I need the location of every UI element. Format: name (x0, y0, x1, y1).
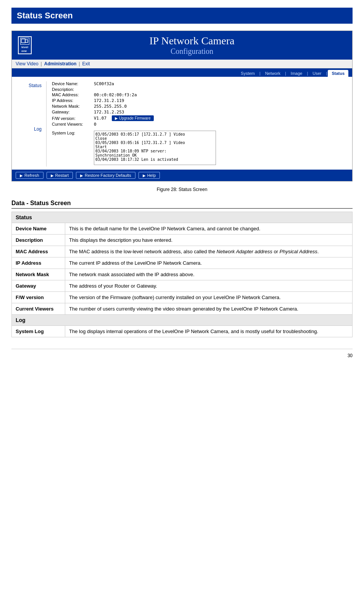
logo-text: level one (21, 45, 28, 53)
logo-icon (20, 38, 29, 45)
table-section-log: Log (12, 315, 353, 326)
refresh-icon: ▶ (20, 173, 23, 178)
value-fw: V1.07 (94, 116, 106, 121)
log-section: System Log: 03/05/2003 03:05:17 [172.31.… (52, 131, 348, 165)
camera-panel: level one IP Network Camera Configuratio… (11, 31, 353, 181)
svg-rect-0 (21, 39, 25, 43)
label-viewers: Current Viewers: (52, 122, 94, 126)
camera-footer: ▶ Refresh ▶ Restart ▶ Restore Factory De… (12, 170, 352, 181)
row-desc-netmask: The network mask associated with the IP … (65, 269, 353, 280)
camera-tabs: System | Network | Image | User | Status (12, 68, 352, 77)
help-icon: ▶ (143, 173, 146, 178)
row-desc-ip: The current IP address of the LevelOne I… (65, 257, 353, 269)
log-label-row: System Log: 03/05/2003 03:05:17 [172.31.… (52, 131, 348, 165)
figure-caption: Figure 28: Status Screen (11, 187, 353, 192)
label-ip: IP Address: (52, 98, 94, 103)
restore-icon: ▶ (80, 173, 83, 178)
row-label-description: Description (12, 235, 65, 246)
status-row-viewers: Current Viewers: 0 (52, 122, 348, 127)
label-netmask: Network Mask: (52, 104, 94, 108)
label-gateway: Gateway: (52, 110, 94, 114)
row-desc-device-name: This is the default name for the LevelOn… (65, 223, 353, 235)
status-row-ip: IP Address: 172.31.2.119 (52, 98, 348, 103)
camera-header: level one IP Network Camera Configuratio… (12, 31, 352, 60)
tab-system[interactable]: System (237, 70, 259, 77)
camera-content: Device Name: SC00f32a Description: MAC A… (46, 81, 348, 167)
nav-sep-2: | (79, 61, 80, 66)
row-desc-description: This displays the description you have e… (65, 235, 353, 246)
status-fields: Device Name: SC00f32a Description: MAC A… (52, 81, 348, 127)
value-gateway: 172.31.2.253 (94, 110, 124, 115)
section-header-log: Log (12, 315, 353, 326)
status-row-description: Description: (52, 87, 348, 92)
camera-logo: level one (18, 36, 32, 54)
table-row: F/W version The version of the Firmware … (12, 292, 353, 303)
table-row: Gateway The address of your Router or Ga… (12, 280, 353, 292)
value-netmask: 255.255.255.0 (94, 104, 127, 109)
camera-body: Status Log Device Name: SC00f32a Descrip… (12, 77, 352, 170)
page-number: 30 (11, 349, 353, 358)
table-row: Description This displays the descriptio… (12, 235, 353, 246)
tab-image[interactable]: Image (287, 70, 306, 77)
row-label-syslog: System Log (12, 326, 65, 337)
table-row: IP Address The current IP address of the… (12, 257, 353, 269)
status-row-gateway: Gateway: 172.31.2.253 (52, 110, 348, 115)
log-textarea[interactable]: 03/05/2003 03:05:17 [172.31.2.7 ] Video … (94, 131, 216, 165)
upgrade-firmware-button[interactable]: ▶ Upgrade Firmware (112, 115, 154, 121)
data-table: Status Device Name This is the default n… (11, 212, 353, 337)
row-label-mac: MAC Address (12, 246, 65, 257)
value-viewers: 0 (94, 122, 97, 127)
restore-label: Restore Factory Defaults (85, 173, 131, 178)
refresh-button[interactable]: ▶ Refresh (16, 172, 43, 179)
log-field-label: System Log: (52, 131, 94, 165)
status-row-mac: MAC Address: 00:c0:02:00:f3:2a (52, 92, 348, 97)
svg-rect-1 (25, 40, 28, 42)
camera-sidebar: Status Log (16, 81, 46, 167)
row-desc-viewers: The number of users currently viewing th… (65, 303, 353, 315)
tab-status[interactable]: Status (328, 70, 348, 77)
data-section-title: Data - Status Screen (11, 200, 353, 209)
nav-exit[interactable]: Exit (82, 61, 90, 66)
restart-icon: ▶ (51, 173, 54, 178)
row-label-netmask: Network Mask (12, 269, 65, 280)
tab-user[interactable]: User (309, 70, 325, 77)
upgrade-firmware-label: Upgrade Firmware (119, 116, 151, 120)
nav-sep-1: | (41, 61, 42, 66)
help-label: Help (147, 173, 156, 178)
label-mac: MAC Address: (52, 92, 94, 97)
label-fw: F/W version: (52, 116, 94, 121)
nav-view-video[interactable]: View Video (16, 61, 39, 66)
status-row-netmask: Network Mask: 255.255.255.0 (52, 104, 348, 109)
nav-administration[interactable]: Administration (44, 61, 77, 66)
status-row-fw: F/W version: V1.07 ▶ Upgrade Firmware (52, 115, 348, 121)
page-title: Status Screen (11, 8, 353, 24)
status-sidebar-label: Status (16, 83, 42, 88)
value-device-name: SC00f32a (94, 81, 114, 86)
label-description: Description: (52, 87, 94, 92)
restore-factory-button[interactable]: ▶ Restore Factory Defaults (76, 172, 135, 179)
help-button[interactable]: ▶ Help (139, 172, 160, 179)
upgrade-icon: ▶ (115, 116, 118, 120)
row-desc-fw: The version of the Firmware (software) c… (65, 292, 353, 303)
status-row-device-name: Device Name: SC00f32a (52, 81, 348, 86)
value-ip: 172.31.2.119 (94, 98, 124, 103)
row-label-fw: F/W version (12, 292, 65, 303)
row-desc-syslog: The log displays internal operations of … (65, 326, 353, 337)
row-label-gateway: Gateway (12, 280, 65, 292)
log-sidebar-label: Log (16, 126, 42, 132)
row-desc-mac: The MAC address is the low-level network… (65, 246, 353, 257)
table-section-status: Status (12, 212, 353, 223)
row-label-device-name: Device Name (12, 223, 65, 235)
table-row: Device Name This is the default name for… (12, 223, 353, 235)
camera-title: IP Network Camera Configuration (38, 35, 346, 56)
refresh-label: Refresh (24, 173, 39, 178)
restart-label: Restart (55, 173, 69, 178)
section-header-status: Status (12, 212, 353, 223)
tab-network[interactable]: Network (261, 70, 284, 77)
row-desc-gateway: The address of your Router or Gateway. (65, 280, 353, 292)
table-row: Network Mask The network mask associated… (12, 269, 353, 280)
table-row: MAC Address The MAC address is the low-l… (12, 246, 353, 257)
label-device-name: Device Name: (52, 81, 94, 86)
restart-button[interactable]: ▶ Restart (47, 172, 73, 179)
table-row: Current Viewers The number of users curr… (12, 303, 353, 315)
